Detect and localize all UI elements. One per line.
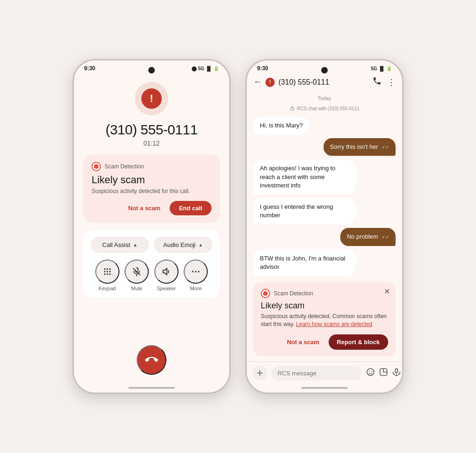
message-header: ← ! (310) 555-0111 ⋮ bbox=[247, 73, 402, 92]
microphone-icon bbox=[392, 367, 401, 377]
lock-icon bbox=[290, 106, 295, 111]
keypad-button[interactable] bbox=[95, 260, 119, 284]
svg-point-7 bbox=[106, 273, 108, 275]
svg-point-0 bbox=[104, 268, 106, 270]
scam-warning-icon-msg: ! bbox=[265, 78, 275, 87]
speaker-label: Speaker bbox=[157, 286, 176, 291]
header-actions: ⋮ bbox=[372, 76, 396, 88]
read-checkmark-2: ✓✓ bbox=[382, 234, 389, 240]
back-arrow-button[interactable]: ← bbox=[253, 77, 262, 87]
front-camera-2 bbox=[321, 67, 328, 73]
mute-button[interactable] bbox=[125, 260, 149, 284]
svg-point-20 bbox=[371, 371, 372, 372]
svg-point-5 bbox=[109, 271, 111, 272]
svg-point-6 bbox=[104, 273, 106, 275]
scam-detection-card-chat: ✕ Scam Detection Likely scam Suspicious … bbox=[253, 282, 396, 357]
sticker-button[interactable] bbox=[379, 367, 388, 379]
message-input-field[interactable] bbox=[271, 366, 362, 380]
scam-dot-icon bbox=[92, 162, 101, 171]
more-dots-icon bbox=[191, 266, 201, 277]
message-6: BTW this is John, I'm a financial adviso… bbox=[253, 250, 356, 276]
not-a-scam-button-chat[interactable]: Not a scam bbox=[282, 336, 324, 348]
chat-phone-number: (310) 555-0111 bbox=[278, 78, 369, 87]
dial-row: Keypad Mute bbox=[91, 260, 212, 291]
svg-marker-11 bbox=[163, 268, 166, 275]
status-icons-2: 5G ▐▌ 🔋 bbox=[371, 66, 392, 71]
svg-point-13 bbox=[195, 271, 197, 272]
end-call-wrap bbox=[137, 341, 166, 375]
chat-date: Today bbox=[253, 95, 396, 101]
chevron-up-icon: ▲ bbox=[133, 242, 138, 247]
emoji-button[interactable] bbox=[366, 367, 375, 379]
add-attachment-button[interactable] bbox=[252, 366, 267, 380]
phone-call-screen: 9:30 ⬤ 5G ▐▌ 🔋 ! (310) 555-0111 01:12 Sc… bbox=[73, 59, 231, 394]
phone-icon-button[interactable] bbox=[372, 76, 382, 88]
status-time-2: 9:30 bbox=[257, 65, 268, 72]
keypad-label: Keypad bbox=[99, 286, 116, 291]
status-icons: ⬤ 5G ▐▌ 🔋 bbox=[192, 66, 219, 71]
message-1: Hi, is this Mary? bbox=[253, 117, 309, 134]
scam-warning-circle: ! bbox=[135, 82, 168, 115]
message-3: Ah apologies! I was trying to reach a cl… bbox=[253, 160, 356, 194]
report-block-button[interactable]: Report & block bbox=[329, 334, 388, 350]
message-5: No problem ✓✓ bbox=[340, 228, 396, 246]
not-a-scam-button-call[interactable]: Not a scam bbox=[124, 202, 165, 214]
mute-label: Mute bbox=[131, 286, 142, 291]
rcs-label: RCS chat with (310) 555-0111 bbox=[253, 106, 396, 111]
chat-area: Today RCS chat with (310) 555-0111 Hi, i… bbox=[247, 92, 402, 361]
svg-point-1 bbox=[106, 268, 108, 270]
call-phone-number: (310) 555-0111 bbox=[106, 122, 198, 138]
assist-panel: Call Assist ▲ Audio Emoji ▲ bbox=[83, 230, 220, 298]
scam-detection-label-chat: Scam Detection bbox=[274, 290, 313, 297]
keypad-icon bbox=[102, 266, 112, 277]
read-checkmark: ✓✓ bbox=[382, 145, 389, 150]
svg-point-19 bbox=[369, 371, 370, 372]
input-action-icons bbox=[366, 367, 401, 379]
scam-detection-label: Scam Detection bbox=[105, 163, 144, 170]
end-call-red-button[interactable] bbox=[137, 345, 166, 375]
svg-point-8 bbox=[109, 273, 111, 275]
more-label: More bbox=[190, 286, 202, 291]
scam-actions-chat: Not a scam Report & block bbox=[261, 334, 388, 350]
scam-actions-call: Not a scam End call bbox=[92, 201, 212, 215]
svg-rect-15 bbox=[291, 108, 294, 111]
home-indicator-2 bbox=[301, 387, 348, 389]
scam-detection-card-call: Scam Detection Likely scam Suspicious ac… bbox=[83, 154, 220, 223]
message-2: Sorry this isn't her ✓✓ bbox=[324, 138, 396, 156]
mute-icon bbox=[132, 266, 142, 277]
audio-emoji-button[interactable]: Audio Emoji ▲ bbox=[154, 237, 212, 253]
keypad-item: Keypad bbox=[95, 260, 119, 291]
message-input-bar bbox=[247, 361, 402, 384]
svg-point-14 bbox=[198, 271, 199, 272]
more-options-icon-button[interactable]: ⋮ bbox=[387, 77, 396, 87]
emoji-icon bbox=[366, 367, 375, 377]
end-call-icon bbox=[145, 353, 158, 366]
scam-exclamation-icon: ! bbox=[141, 88, 162, 109]
learn-more-link[interactable]: Learn how scams are detected bbox=[296, 321, 372, 327]
svg-point-3 bbox=[104, 271, 106, 272]
scam-card-header-chat: Scam Detection bbox=[261, 289, 388, 298]
svg-point-18 bbox=[367, 368, 374, 375]
scam-title-call: Likely scam bbox=[92, 174, 212, 186]
scam-card-close-button[interactable]: ✕ bbox=[384, 287, 390, 296]
messages-content: Today RCS chat with (310) 555-0111 Hi, i… bbox=[247, 92, 402, 384]
svg-point-12 bbox=[192, 271, 193, 272]
scam-card-header: Scam Detection bbox=[92, 162, 212, 171]
call-timer: 01:12 bbox=[143, 140, 159, 147]
chevron-up-icon-2: ▲ bbox=[198, 242, 203, 247]
scam-dot-icon-chat bbox=[261, 289, 270, 298]
mute-item: Mute bbox=[125, 260, 149, 291]
svg-point-4 bbox=[106, 271, 108, 272]
voice-button[interactable] bbox=[392, 367, 401, 379]
scam-description-call: Suspicious activity detected for this ca… bbox=[92, 188, 212, 194]
sticker-icon bbox=[379, 367, 388, 377]
more-button[interactable] bbox=[184, 260, 208, 284]
call-content: ! (310) 555-0111 01:12 Scam Detection Li… bbox=[74, 73, 229, 384]
speaker-icon bbox=[161, 266, 172, 277]
speaker-button[interactable] bbox=[154, 260, 178, 284]
end-call-button[interactable]: End call bbox=[170, 201, 212, 215]
assist-row: Call Assist ▲ Audio Emoji ▲ bbox=[91, 237, 212, 253]
home-indicator bbox=[128, 387, 175, 389]
phone-messages-screen: 9:30 5G ▐▌ 🔋 ← ! (310) 555-0111 ⋮ Today bbox=[245, 59, 403, 394]
call-assist-button[interactable]: Call Assist ▲ bbox=[91, 237, 149, 253]
